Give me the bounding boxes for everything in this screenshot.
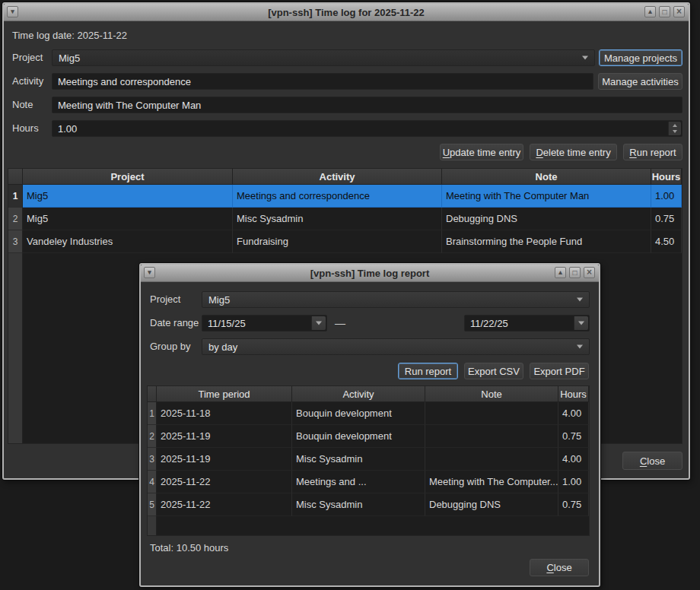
cell-hours[interactable]: 4.00 [558,402,589,425]
row-header[interactable]: 1 [8,185,23,208]
shade-button[interactable]: ▴ [555,267,566,278]
row-header-filler [8,253,23,443]
manage-activities-button[interactable]: Manage activities [598,73,682,90]
maximize-icon: □ [662,8,667,15]
row-header[interactable]: 2 [8,208,23,230]
chevron-down-icon [578,322,584,325]
manage-projects-button[interactable]: Manage projects [599,49,682,66]
cell-hours[interactable]: 0.75 [651,208,682,230]
close-window-button[interactable]: × [584,267,595,278]
cell-hours[interactable]: 0.75 [558,493,589,516]
export-pdf-button[interactable]: Export PDF [530,363,589,379]
cell-note[interactable]: Debugging DNS [442,208,651,230]
cell-period[interactable]: 2025-11-19 [157,425,292,448]
col-header-hours[interactable]: Hours [651,169,682,185]
chevron-down-icon [577,298,583,302]
export-csv-button[interactable]: Export CSV [464,363,523,379]
cell-activity[interactable]: Meetings and ... [292,471,425,493]
cell-hours[interactable]: 4.50 [651,230,682,253]
cell-note[interactable] [425,448,558,471]
hours-spinner[interactable] [668,122,681,135]
cell-period[interactable]: 2025-11-18 [157,402,292,425]
cell-activity[interactable]: Misc Sysadmin [292,448,425,471]
date-range-label: Date range [150,315,199,331]
cell-activity[interactable]: Fundraising [233,230,442,253]
cell-activity[interactable]: Bouquin development [292,425,425,448]
report-table: Time period Activity Note Hours 1 2025-1… [147,385,590,536]
cell-hours[interactable]: 1.00 [558,471,589,493]
delete-time-entry-button[interactable]: Delete time entry [530,144,617,160]
maximize-button[interactable]: □ [569,267,581,278]
cell-period[interactable]: 2025-11-22 [157,471,292,493]
col-header-activity[interactable]: Activity [292,386,425,402]
date-to-value: 11/22/25 [470,318,508,329]
date-from-dropdown-button[interactable] [311,316,326,330]
corner-header [8,169,23,185]
maximize-button[interactable]: □ [659,6,670,17]
close-window-button[interactable]: × [673,6,685,17]
col-header-time-period[interactable]: Time period [157,386,292,402]
close-button[interactable]: Close [622,452,682,470]
cell-note[interactable] [425,402,558,425]
date-from-field[interactable]: 11/15/25 [202,315,327,331]
shade-button[interactable]: ▴ [644,6,656,17]
col-header-note[interactable]: Note [442,169,651,185]
cell-note[interactable] [425,425,558,448]
cell-note[interactable]: Meeting with The Computer Man [442,185,651,208]
report-project-label: Project [150,291,180,308]
window-menu-icon: ▾ [11,8,14,15]
report-project-combobox[interactable]: Mig5 [202,291,590,308]
run-report-button[interactable]: Run report [623,144,682,160]
date-to-dropdown-button[interactable] [574,316,588,330]
report-titlebar[interactable]: ▾ [vpn-ssh] Time log report ▴ □ × [141,265,599,282]
window-menu-button[interactable]: ▾ [7,6,18,17]
date-to-field[interactable]: 11/22/25 [464,315,590,331]
window-menu-button[interactable]: ▾ [144,267,155,278]
cell-project[interactable]: Mig5 [23,185,233,208]
corner-header [148,386,157,402]
update-time-entry-button[interactable]: Update time entry [440,144,523,160]
cell-activity[interactable]: Meetings and correspondence [233,185,442,208]
row-header[interactable]: 3 [8,230,23,253]
cell-note[interactable]: Meeting with The Computer... [425,471,558,493]
report-window-title: [vpn-ssh] Time log report [310,268,430,279]
report-run-report-button[interactable]: Run report [398,363,458,379]
cell-hours[interactable]: 1.00 [651,185,682,208]
cell-project[interactable]: Vandeley Industries [23,230,233,253]
cell-project[interactable]: Mig5 [23,208,233,230]
date-range-separator: — [335,315,345,331]
cell-period[interactable]: 2025-11-22 [157,493,292,516]
row-header[interactable]: 4 [148,471,157,493]
chevron-down-icon [316,322,322,325]
col-header-activity[interactable]: Activity [233,169,442,185]
group-by-combobox[interactable]: by day [202,338,590,355]
cell-period[interactable]: 2025-11-19 [157,448,292,471]
spin-down-icon[interactable] [673,130,677,133]
window-menu-icon: ▾ [148,269,151,276]
row-header[interactable]: 2 [148,425,157,448]
cell-activity[interactable]: Misc Sysadmin [292,493,425,516]
note-input[interactable]: Meeting with The Computer Man [52,97,682,113]
cell-activity[interactable]: Bouquin development [292,402,425,425]
project-combobox-value: Mig5 [59,52,80,64]
cell-note[interactable]: Brainstorming the People Fund [442,230,651,253]
col-header-hours[interactable]: Hours [558,386,589,402]
row-header[interactable]: 1 [148,402,157,425]
cell-note[interactable]: Debugging DNS [425,493,558,516]
row-header[interactable]: 3 [148,448,157,471]
col-header-note[interactable]: Note [425,386,558,402]
cell-hours[interactable]: 4.00 [558,448,589,471]
activity-input[interactable]: Meetings and correspondence [52,73,593,90]
note-label: Note [12,97,33,113]
hours-spinbox[interactable]: 1.00 [52,120,682,137]
shade-icon: ▴ [558,269,562,276]
report-close-button[interactable]: Close [530,559,589,576]
spin-up-icon[interactable] [673,124,677,127]
main-titlebar[interactable]: ▾ [vpn-ssh] Time log for 2025-11-22 ▴ □ … [4,4,689,21]
col-header-project[interactable]: Project [23,169,233,185]
chevron-down-icon [577,345,583,349]
cell-hours[interactable]: 0.75 [558,425,589,448]
project-combobox[interactable]: Mig5 [52,49,595,66]
row-header[interactable]: 5 [148,493,157,516]
cell-activity[interactable]: Misc Sysadmin [233,208,442,230]
